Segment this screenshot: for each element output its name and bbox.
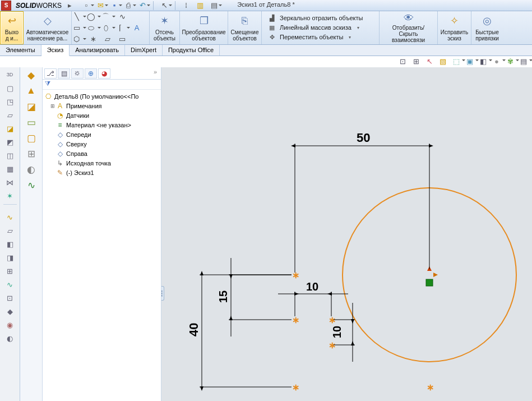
lt2-5-icon[interactable]: ⊞ [4,266,16,276]
zoom-area-icon[interactable]: ⊞ [411,56,421,66]
tree-node[interactable]: ≡Материал <не указан> [44,120,160,130]
view-orient-icon[interactable]: ⬚ [451,56,461,66]
options-icon[interactable]: ▥ [196,1,205,10]
display-style-icon[interactable]: ▣ [465,56,475,66]
lt-1-icon[interactable]: ▢ [4,83,16,93]
lt2-2-icon[interactable]: ▱ [4,225,16,236]
lt-4-icon[interactable]: ◪ [4,123,16,133]
fm-2-icon[interactable]: ▲ [24,85,39,96]
tab-analyze[interactable]: Анализировать [70,45,125,56]
fm-4-icon[interactable]: ▭ [24,117,39,128]
fm-1-icon[interactable]: ◆ [24,70,39,81]
props-icon[interactable]: ▤ [210,1,219,10]
lt-3-icon[interactable]: ▱ [4,110,16,120]
circle-icon[interactable]: ◯ [89,12,98,21]
fm-7-icon[interactable]: ◐ [24,164,39,175]
filter-bar[interactable]: ⧩ [43,80,161,90]
print-icon[interactable]: ⎙ [124,1,133,10]
convert-button[interactable]: ❐ Преобразование объектов [180,11,228,44]
slot-icon[interactable]: ⬭ [89,24,98,33]
tab-dimxpert[interactable]: DimXpert [125,45,163,56]
lt2-9-icon[interactable]: ◉ [4,320,16,330]
move-button[interactable]: ✥Переместить объекты▾ [267,34,363,42]
lt2-4-icon[interactable]: ◨ [4,252,16,262]
scene-icon[interactable]: ● [492,56,502,66]
graphics-area[interactable]: ◂◂◂ ∗ ∗ ∗ ∗ ∗ ∗ [161,67,532,401]
panel-toggle-handle[interactable]: ◂◂◂ [161,286,164,301]
lt2-3-icon[interactable]: ◧ [4,239,16,249]
spline-icon[interactable]: ∿ [118,12,127,21]
lt2-10-icon[interactable]: ◐ [4,333,16,343]
rect-icon[interactable]: ▭ [74,24,83,33]
fm-5-icon[interactable]: ▢ [24,132,39,144]
collapse-tree-icon[interactable]: » [151,68,159,78]
linear-pattern-button[interactable]: ▦Линейный массив эскиза▾ [267,24,363,32]
undo-icon[interactable]: ↶ [138,1,147,10]
trim-button[interactable]: ✶ Отсечь объекты [150,11,180,44]
dimension-50[interactable]: 50 [295,131,429,273]
fm-3-icon[interactable]: ◪ [24,101,39,112]
open-icon[interactable]: ✉ [96,1,105,10]
feature-tree-tab[interactable]: ⎇ [44,68,57,79]
tree-node[interactable]: ◇Справа [44,149,160,158]
text-icon[interactable]: A [132,24,141,33]
offset-button[interactable]: ⎘ Смещение объектов [228,11,262,44]
mirror-button[interactable]: ▟Зеркально отразить объекты [267,15,363,22]
tree-node[interactable]: ↳Исходная точка [44,158,160,168]
repair-sketch-button[interactable]: ✧ Исправить эскиз [438,11,471,44]
line-icon[interactable]: ╲ [74,12,83,21]
tab-sketch[interactable]: Эскиз [41,45,70,56]
property-mgr-tab[interactable]: ▤ [58,68,70,79]
tree-node[interactable]: ✎(-) Эскиз1 [44,168,160,177]
lt2-8-icon[interactable]: ◆ [4,306,16,316]
tree-node[interactable]: ◇Сверху [44,139,160,149]
lt2-6-icon[interactable]: ∿ [4,279,16,289]
quick-snaps-button[interactable]: ◎ Быстрые привязки [471,11,503,44]
display-mgr-tab[interactable]: ◕ [98,68,110,79]
rebuild-icon[interactable]: ⁞ [182,1,191,10]
lt2-1-icon[interactable]: ∿ [4,212,16,222]
appearance-icon[interactable]: ✾ [505,56,515,66]
smart-dimension-button[interactable]: ◇ Автоматическое нанесение ра... [24,11,72,44]
tool-x-icon[interactable]: ▭ [118,35,127,44]
dimension-10-h[interactable]: 10 [278,280,348,316]
display-relations-button[interactable]: 👁 Отобразить/Скрыть взаимосвязи [380,11,438,44]
ellipse-icon[interactable]: ⬯ [103,24,112,33]
select-icon[interactable]: ↖ [160,1,169,10]
point-icon[interactable]: ∗ [89,35,98,44]
lt-2-icon[interactable]: ◳ [4,96,16,107]
hide-show-icon[interactable]: ◧ [478,56,488,66]
lt2-7-icon[interactable]: ⊡ [4,293,16,303]
tree-twisty-icon[interactable]: ⊞ [49,103,55,109]
tree-node[interactable]: ◇Спереди [44,130,160,139]
zoom-fit-icon[interactable]: ⊡ [397,56,408,66]
3d-icon[interactable]: 3D [4,70,16,80]
lt-6-icon[interactable]: ◫ [4,150,16,160]
dimension-15[interactable]: 15 [217,258,292,337]
arc-icon[interactable]: ⌒ [103,12,112,21]
prev-view-icon[interactable]: ↖ [424,56,434,66]
polygon-icon[interactable]: ⬡ [74,35,83,44]
lt-8-icon[interactable]: ⋈ [4,177,16,187]
fm-8-icon[interactable]: ∿ [24,179,39,191]
tree-root[interactable]: ⎔ Деталь8 (По умолчанию<<По [44,91,160,101]
tree-node[interactable]: ◔Датчики [44,110,160,120]
fm-6-icon[interactable]: ⊞ [24,148,39,159]
fillet-icon[interactable]: ⌈ [118,24,127,33]
tree-node[interactable]: ⊞AПримечания [44,101,160,110]
dimension-40[interactable]: 40 [187,275,292,387]
view-settings-icon[interactable]: ▤ [519,56,529,66]
config-mgr-tab[interactable]: ⛭ [71,68,84,79]
tab-elements[interactable]: Элементы [0,45,41,56]
expand-icon[interactable]: ▸ [65,1,74,10]
save-icon[interactable]: ▪ [110,1,119,10]
lt-5-icon[interactable]: ◩ [4,137,16,147]
lt-7-icon[interactable]: ▦ [4,164,16,174]
plane-icon[interactable]: ▱ [103,35,112,44]
section-icon[interactable]: ▧ [438,56,448,66]
exit-sketch-button[interactable]: ↩ Выхо д и... [0,11,24,44]
lt-9-icon[interactable]: ✶ [4,191,16,201]
tab-office[interactable]: Продукты Office [163,45,220,56]
dimxpert-mgr-tab[interactable]: ⊕ [85,68,97,79]
new-icon[interactable]: ▫ [82,1,91,10]
